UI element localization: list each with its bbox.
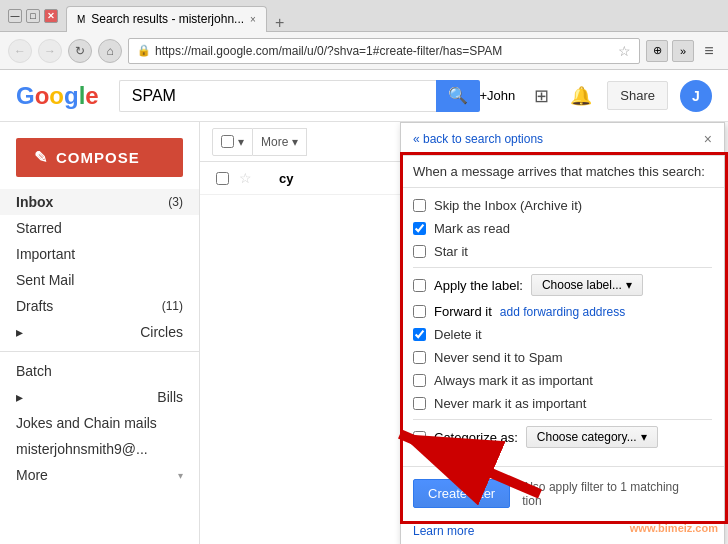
active-tab[interactable]: M Search results - misterjohn... × xyxy=(66,6,267,32)
select-all-checkbox[interactable] xyxy=(221,135,234,148)
skip-inbox-option: Skip the Inbox (Archive it) xyxy=(413,198,712,213)
notifications-bell-icon[interactable]: 🔔 xyxy=(567,82,595,110)
sidebar-item-jokes[interactable]: Jokes and Chain mails xyxy=(0,410,199,436)
sidebar-item-circles[interactable]: ▸ Circles xyxy=(0,319,199,345)
avatar[interactable]: J xyxy=(680,80,712,112)
gmail-header: Google 🔍 +John ⊞ 🔔 Share J xyxy=(0,70,728,122)
star-it-option: Star it xyxy=(413,244,712,259)
delete-checkbox[interactable] xyxy=(413,328,426,341)
star-icon[interactable]: ☆ xyxy=(239,170,252,186)
also-apply-label: Also apply filter to 1 matching xyxy=(522,480,679,494)
sidebar-item-label: Jokes and Chain mails xyxy=(16,415,157,431)
categorize-text[interactable]: Categorize as: xyxy=(434,430,518,445)
chevron-down-icon[interactable]: ▾ xyxy=(238,135,244,149)
url-bar[interactable]: 🔒 https://mail.google.com/mail/u/0/?shva… xyxy=(128,38,640,64)
sidebar-item-account[interactable]: misterjohnsmith9@... xyxy=(0,436,199,462)
sidebar-item-label: Starred xyxy=(16,220,62,236)
sidebar-item-bills[interactable]: ▸ Bills xyxy=(0,384,199,410)
important-icon: ▶ xyxy=(260,170,271,186)
choose-category-arrow-icon: ▾ xyxy=(641,430,647,444)
choose-category-button[interactable]: Choose category... ▾ xyxy=(526,426,658,448)
sidebar-item-label: misterjohnsmith9@... xyxy=(16,441,148,457)
sidebar-arrow-icon: ▸ xyxy=(16,324,23,340)
sidebar-item-label: Bills xyxy=(157,389,183,405)
mark-read-checkbox[interactable] xyxy=(413,222,426,235)
add-forwarding-link[interactable]: add forwarding address xyxy=(500,305,625,319)
search-input[interactable] xyxy=(119,80,436,112)
mark-read-label[interactable]: Mark as read xyxy=(434,221,510,236)
also-apply-label-2: tion xyxy=(522,494,541,508)
star-it-label[interactable]: Star it xyxy=(434,244,468,259)
lock-icon: 🔒 xyxy=(137,44,151,57)
sidebar-item-label: Important xyxy=(16,246,75,262)
sidebar-item-important[interactable]: Important xyxy=(0,241,199,267)
sidebar-item-label: Sent Mail xyxy=(16,272,74,288)
new-tab-button[interactable]: + xyxy=(267,14,292,32)
star-it-checkbox[interactable] xyxy=(413,245,426,258)
sidebar-inbox-count: (3) xyxy=(168,195,183,209)
email-checkbox[interactable] xyxy=(216,172,229,185)
filter-dialog-title: When a message arrives that matches this… xyxy=(401,156,724,188)
delete-label[interactable]: Delete it xyxy=(434,327,482,342)
refresh-button[interactable]: ↻ xyxy=(68,39,92,63)
share-button[interactable]: Share xyxy=(607,81,668,110)
sidebar-item-inbox[interactable]: Inbox (3) xyxy=(0,189,199,215)
learn-more-link[interactable]: Learn more xyxy=(413,524,474,538)
back-button[interactable]: ← xyxy=(8,39,32,63)
forward-button[interactable]: → xyxy=(38,39,62,63)
search-button[interactable]: 🔍 xyxy=(436,80,480,112)
browser-menu-button[interactable]: ≡ xyxy=(698,40,720,62)
sidebar-item-label: Inbox xyxy=(16,194,53,210)
close-dialog-icon[interactable]: × xyxy=(704,131,712,147)
apply-label-text[interactable]: Apply the label: xyxy=(434,278,523,293)
extension-icons: ⊕ » ≡ xyxy=(646,40,720,62)
bookmark-star-icon[interactable]: ☆ xyxy=(618,43,631,59)
sidebar-divider xyxy=(0,351,199,352)
apply-label-checkbox[interactable] xyxy=(413,279,426,292)
minimize-button[interactable]: — xyxy=(8,9,22,23)
apps-grid-icon[interactable]: ⊞ xyxy=(527,82,555,110)
choose-label-text: Choose label... xyxy=(542,278,622,292)
filter-divider-2 xyxy=(413,419,712,420)
create-filter-button[interactable]: Create filter xyxy=(413,479,510,508)
back-to-search-link[interactable]: « back to search options xyxy=(413,132,543,146)
window-controls: — □ ✕ xyxy=(8,9,58,23)
compose-button[interactable]: ✎ COMPOSE xyxy=(16,138,183,177)
never-spam-checkbox[interactable] xyxy=(413,351,426,364)
forward-checkbox[interactable] xyxy=(413,305,426,318)
never-important-label[interactable]: Never mark it as important xyxy=(434,396,586,411)
skip-inbox-checkbox[interactable] xyxy=(413,199,426,212)
header-username: +John xyxy=(480,88,516,103)
maximize-button[interactable]: □ xyxy=(26,9,40,23)
gmail-content: ✎ COMPOSE Inbox (3) Starred Important Se… xyxy=(0,122,728,544)
choose-label-button[interactable]: Choose label... ▾ xyxy=(531,274,643,296)
sidebar-item-drafts[interactable]: Drafts (11) xyxy=(0,293,199,319)
categorize-checkbox[interactable] xyxy=(413,431,426,444)
sidebar-item-batch[interactable]: Batch xyxy=(0,358,199,384)
apply-label-row: Apply the label: Choose label... ▾ xyxy=(413,274,712,296)
forward-label[interactable]: Forward it xyxy=(434,304,492,319)
home-button[interactable]: ⌂ xyxy=(98,39,122,63)
select-checkbox-button[interactable]: ▾ xyxy=(212,128,253,156)
extension-button-2[interactable]: » xyxy=(672,40,694,62)
sidebar-arrow-icon: ▸ xyxy=(16,389,23,405)
extension-button[interactable]: ⊕ xyxy=(646,40,668,62)
close-button[interactable]: ✕ xyxy=(44,9,58,23)
close-tab-icon[interactable]: × xyxy=(250,14,256,25)
never-spam-label[interactable]: Never send it to Spam xyxy=(434,350,563,365)
browser-titlebar: — □ ✕ M Search results - misterjohn... ×… xyxy=(0,0,728,32)
sidebar-item-more[interactable]: More ▾ xyxy=(0,462,199,488)
never-important-checkbox[interactable] xyxy=(413,397,426,410)
sidebar-item-starred[interactable]: Starred xyxy=(0,215,199,241)
always-important-checkbox[interactable] xyxy=(413,374,426,387)
tab-favicon: M xyxy=(77,14,85,25)
more-toolbar-button[interactable]: More ▾ xyxy=(253,128,307,156)
sidebar-item-sent[interactable]: Sent Mail xyxy=(0,267,199,293)
always-important-label[interactable]: Always mark it as important xyxy=(434,373,593,388)
header-right: +John ⊞ 🔔 Share J xyxy=(480,80,713,112)
choose-label-arrow-icon: ▾ xyxy=(626,278,632,292)
forward-row: Forward it add forwarding address xyxy=(413,304,712,319)
search-bar: 🔍 xyxy=(119,80,480,112)
filter-dialog-body: Skip the Inbox (Archive it) Mark as read… xyxy=(401,188,724,466)
skip-inbox-label[interactable]: Skip the Inbox (Archive it) xyxy=(434,198,582,213)
